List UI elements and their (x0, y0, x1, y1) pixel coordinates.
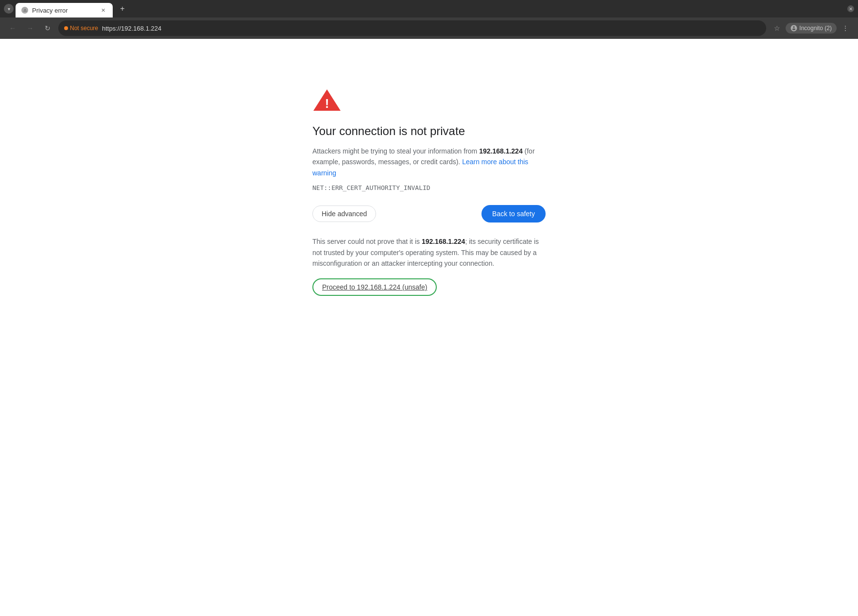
nav-bar: ← → ↻ Not secure https://192.168.1.224 ☆… (0, 17, 858, 39)
proceed-unsafe-button[interactable]: Proceed to 192.168.1.224 (unsafe) (312, 278, 437, 296)
error-ip: 192.168.1.224 (479, 147, 523, 155)
error-title: Your connection is not private (312, 124, 546, 138)
error-desc-prefix: Attackers might be trying to steal your … (312, 147, 479, 155)
incognito-label: Incognito (2) (799, 25, 832, 32)
tab-title: Privacy error (32, 7, 68, 14)
button-row: Hide advanced Back to safety (312, 205, 546, 222)
back-button[interactable]: ← (6, 21, 19, 35)
address-text: https://192.168.1.224 (102, 25, 760, 32)
hide-advanced-button[interactable]: Hide advanced (312, 205, 376, 222)
star-button[interactable]: ☆ (770, 21, 784, 35)
incognito-button[interactable]: Incognito (2) (786, 23, 837, 34)
page-content: ! Your connection is not private Attacke… (0, 39, 858, 616)
advanced-description: This server could not prove that it is 1… (312, 236, 546, 269)
advanced-ip: 192.168.1.224 (422, 238, 465, 245)
tab-favicon: ⚠ (21, 7, 28, 14)
tab-close-button[interactable]: ✕ (99, 6, 107, 14)
browser-frame: ▾ ⚠ Privacy error ✕ + ✕ ← → ↻ Not secure… (0, 0, 858, 616)
not-secure-badge[interactable]: Not secure (64, 25, 98, 32)
warning-triangle-icon: ! (312, 87, 342, 113)
error-container: ! Your connection is not private Attacke… (312, 87, 546, 296)
nav-actions: ☆ Incognito (2) ⋮ (770, 21, 852, 35)
refresh-button[interactable]: ↻ (41, 21, 54, 35)
svg-text:!: ! (325, 96, 329, 111)
new-tab-button[interactable]: + (117, 3, 128, 15)
tab-dropdown-button[interactable]: ▾ (4, 4, 14, 14)
title-bar: ▾ ⚠ Privacy error ✕ + ✕ (0, 0, 858, 17)
forward-button[interactable]: → (23, 21, 37, 35)
error-description: Attackers might be trying to steal your … (312, 146, 546, 178)
not-secure-label: Not secure (70, 25, 98, 32)
window-close-button[interactable]: ✕ (847, 5, 854, 12)
advanced-text-prefix: This server could not prove that it is (312, 238, 422, 245)
warning-icon: ! (312, 87, 546, 115)
menu-button[interactable]: ⋮ (839, 21, 852, 35)
address-bar[interactable]: Not secure https://192.168.1.224 (58, 20, 766, 36)
error-code: NET::ERR_CERT_AUTHORITY_INVALID (312, 184, 546, 191)
back-to-safety-button[interactable]: Back to safety (481, 205, 546, 222)
active-tab[interactable]: ⚠ Privacy error ✕ (16, 3, 113, 17)
incognito-icon (790, 25, 797, 32)
not-secure-dot (64, 26, 68, 30)
